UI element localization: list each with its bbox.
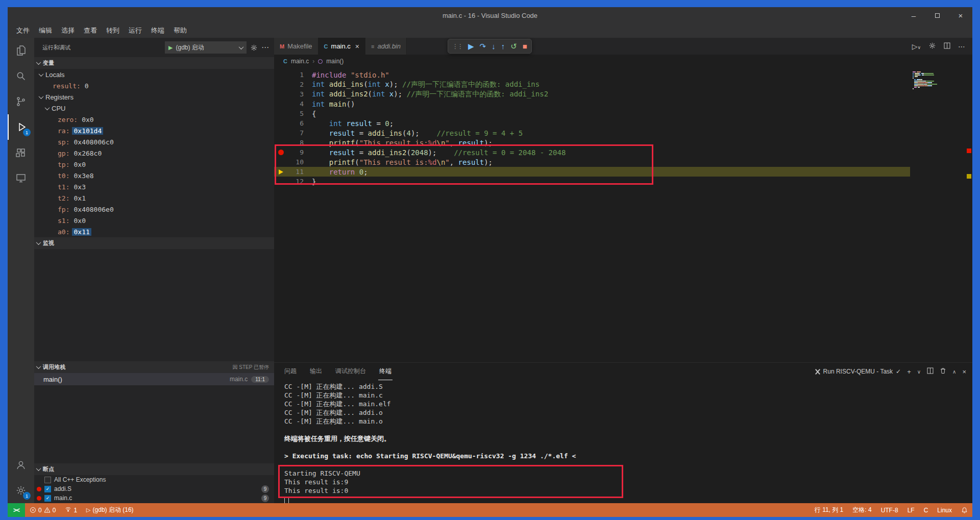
menu-item[interactable]: 查看	[79, 23, 102, 38]
registers-group[interactable]: Registers	[34, 91, 274, 103]
menu-item[interactable]: 帮助	[169, 23, 191, 38]
code-line[interactable]: 5{	[274, 109, 972, 118]
register-row[interactable]: gp:0x268c0	[34, 147, 274, 159]
breakpoint-row[interactable]: ✓addi.S9	[34, 484, 274, 493]
remote-indicator[interactable]: ><	[8, 503, 25, 517]
step-into-button[interactable]: ↓	[492, 42, 496, 51]
breadcrumb[interactable]: C main.c › main()	[274, 55, 972, 68]
terminal-task-entry[interactable]: Run RISCV-QEMU - Task ✓	[815, 368, 901, 375]
code-line[interactable]: 9 result = addi_ins2(2048); //result = 0…	[274, 147, 972, 157]
editor-tab[interactable]: Cmain.c×	[318, 38, 365, 55]
panel-tab[interactable]: 终端	[378, 363, 393, 380]
code-editor[interactable]: 1#include "stdio.h"2int addi_ins(int x);…	[274, 68, 972, 362]
launch-config-dropdown[interactable]: ▶ (gdb) 启动	[165, 41, 247, 54]
ports-indicator[interactable]: 1	[60, 503, 82, 517]
debug-status[interactable]: ▷ (gdb) 启动 (16)	[82, 503, 138, 517]
breakpoint-row[interactable]: ✓main.c9	[34, 493, 274, 503]
minimap[interactable]	[910, 70, 965, 362]
code-line[interactable]: 3int addi_ins2(int x); //声明一下汇编语言中的函数: a…	[274, 89, 972, 99]
menu-item[interactable]: 转到	[102, 23, 124, 38]
cpu-group[interactable]: CPU	[34, 103, 274, 114]
maximize-panel-button[interactable]: ∧	[952, 369, 956, 375]
editor-more-actions[interactable]: ⋯	[958, 42, 965, 51]
breakpoint-icon[interactable]	[278, 150, 284, 155]
editor-tab[interactable]: MMakefile	[274, 38, 318, 55]
menu-item[interactable]: 编辑	[34, 23, 57, 38]
sidebar-more-actions[interactable]: ⋯	[261, 43, 269, 52]
kill-terminal-button[interactable]	[940, 367, 946, 376]
code-line[interactable]: 8 printf("This result is:%d\n", result);	[274, 138, 972, 147]
toolbar-drag-handle[interactable]: ⋮⋮	[452, 43, 462, 50]
breadcrumb-symbol[interactable]: main()	[326, 58, 344, 65]
stop-button[interactable]: ■	[523, 42, 527, 51]
code-line[interactable]: 6 int result = 0;	[274, 118, 972, 128]
status-item[interactable]: 行 11, 列 1	[810, 503, 848, 517]
breakpoint-checkbox[interactable]: ✓	[44, 486, 51, 492]
register-row[interactable]: t0:0x3e8	[34, 170, 274, 181]
code-line[interactable]: 11 return 0;	[274, 167, 972, 177]
code-line[interactable]: 1#include "stdio.h"	[274, 70, 972, 80]
register-row[interactable]: fp:0x408006e0	[34, 204, 274, 215]
call-stack-frame[interactable]: main() main.c 11:1	[34, 373, 274, 385]
code-line[interactable]: 7 result = addi_ins(4); //result = 9 = 4…	[274, 128, 972, 138]
run-or-debug-button[interactable]: ▷∨	[912, 42, 921, 51]
status-item[interactable]: C	[919, 503, 933, 517]
status-item[interactable]: LF	[903, 503, 919, 517]
register-row[interactable]: zero:0x0	[34, 114, 274, 125]
locals-group[interactable]: Locals	[34, 69, 274, 80]
panel-tab[interactable]: 输出	[309, 363, 323, 380]
close-panel-button[interactable]: ×	[962, 368, 966, 376]
status-item[interactable]: Linux	[933, 503, 957, 517]
variables-section-header[interactable]: 变量	[34, 57, 274, 69]
settings-button[interactable]: 1	[8, 478, 34, 503]
panel-tab[interactable]: 调试控制台	[334, 363, 367, 380]
register-row[interactable]: s1:0x0	[34, 215, 274, 226]
breadcrumb-file[interactable]: main.c	[291, 58, 309, 65]
debug-settings-gear[interactable]	[250, 44, 258, 52]
split-terminal-button[interactable]	[927, 367, 934, 376]
minimize-button[interactable]: –	[902, 7, 925, 23]
register-row[interactable]: t1:0x3	[34, 181, 274, 192]
step-out-button[interactable]: ↑	[501, 42, 505, 51]
code-line[interactable]: 4int main()	[274, 99, 972, 109]
register-row[interactable]: t2:0x1	[34, 192, 274, 204]
menu-item[interactable]: 选择	[57, 23, 79, 38]
continue-button[interactable]: ▶	[468, 42, 474, 51]
split-editor-button[interactable]	[944, 42, 950, 51]
sidebar-item-explorer[interactable]	[8, 38, 34, 63]
menu-item[interactable]: 文件	[12, 23, 34, 38]
maximize-button[interactable]	[925, 7, 949, 23]
register-row[interactable]: sp:0x408006c0	[34, 136, 274, 147]
register-row[interactable]: ra:0x101d4	[34, 125, 274, 136]
variable-row[interactable]: result:0	[34, 80, 274, 91]
restart-button[interactable]: ↺	[510, 42, 517, 51]
editor-gear-button[interactable]	[928, 42, 936, 51]
sidebar-item-search[interactable]	[8, 63, 34, 89]
menu-item[interactable]: 运行	[124, 23, 146, 38]
terminal-dropdown[interactable]: ∨	[917, 369, 921, 375]
close-tab-icon[interactable]: ×	[355, 42, 359, 51]
sidebar-item-run-and-debug[interactable]: 1	[8, 114, 34, 140]
panel-tab[interactable]: 问题	[283, 363, 298, 380]
breakpoint-checkbox[interactable]: ✓	[44, 495, 51, 502]
sidebar-item-remote-explorer[interactable]	[8, 165, 34, 191]
register-row[interactable]: a0:0x11	[34, 226, 274, 237]
breakpoints-section-header[interactable]: 断点	[34, 463, 274, 475]
sidebar-item-extensions[interactable]	[8, 140, 34, 165]
editor-tab[interactable]: ≡addi.bin	[365, 38, 407, 55]
new-terminal-button[interactable]: +	[907, 368, 911, 376]
problems-indicator[interactable]: 0 0	[25, 503, 60, 517]
register-row[interactable]: tp:0x0	[34, 159, 274, 170]
menu-item[interactable]: 终端	[146, 23, 169, 38]
status-item[interactable]: 空格: 4	[848, 503, 876, 517]
start-debugging-icon[interactable]: ▶	[168, 44, 173, 51]
notifications-button[interactable]	[957, 503, 972, 517]
call-stack-section-header[interactable]: 调用堆栈 因 STEP 已暂停	[34, 361, 274, 373]
breakpoint-checkbox[interactable]	[44, 477, 51, 483]
sidebar-item-source-control[interactable]	[8, 89, 34, 114]
terminal-content[interactable]: CC -[M] 正在构建... addi.SCC -[M] 正在构建... ma…	[274, 380, 972, 503]
close-button[interactable]: ×	[949, 7, 972, 23]
code-line[interactable]: 10 printf("This result is:%d\n", result)…	[274, 157, 972, 167]
status-item[interactable]: UTF-8	[876, 503, 903, 517]
step-over-button[interactable]: ↷	[480, 42, 486, 51]
